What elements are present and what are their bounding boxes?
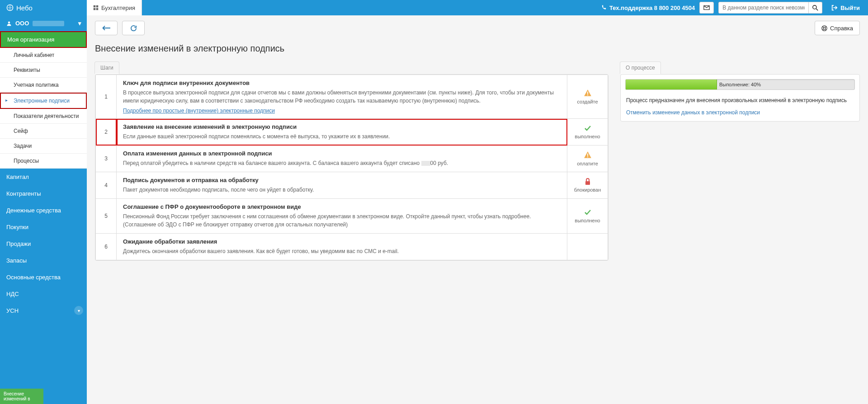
help-button[interactable]: Справка bbox=[815, 21, 860, 35]
sidebar-nav-item[interactable]: Запасы bbox=[0, 252, 87, 269]
sidebar-sub-item[interactable]: Задачи bbox=[0, 139, 87, 154]
refresh-icon bbox=[130, 25, 137, 32]
step-row[interactable]: 6Ожидание обработки заявленияДождитесь о… bbox=[96, 234, 608, 260]
step-title: Соглашение с ПФР о документообороте в эл… bbox=[123, 203, 561, 210]
status-icon bbox=[574, 178, 601, 185]
arrow-left-icon bbox=[102, 25, 110, 31]
search-button[interactable] bbox=[809, 2, 822, 14]
step-description: Пакет документов необходимо подписать, п… bbox=[123, 186, 561, 194]
step-row[interactable]: 3Оплата изменения данных в электронной п… bbox=[96, 146, 608, 172]
step-status bbox=[567, 234, 608, 260]
sidebar-sub-item[interactable]: Показатели деятельности bbox=[0, 109, 87, 124]
sidebar: ООО ▾ Моя организация Личный кабинетРекв… bbox=[0, 15, 87, 404]
user-icon bbox=[6, 21, 12, 26]
step-description: Пенсионный Фонд России требует заключени… bbox=[123, 212, 561, 229]
step-description: В процессе выпуска электронной подписи д… bbox=[123, 89, 561, 105]
step-body: Ожидание обработки заявленияДождитесь ок… bbox=[117, 234, 567, 260]
step-status: создайте bbox=[567, 75, 608, 119]
step-status: выполнено bbox=[567, 119, 608, 146]
svg-point-6 bbox=[8, 21, 10, 23]
sidebar-nav-item[interactable]: Денежные средства bbox=[0, 202, 87, 219]
steps-panel: 1Ключ для подписи внутренних документовВ… bbox=[95, 74, 609, 261]
logout-label: Выйти bbox=[840, 5, 860, 11]
grid-icon bbox=[93, 5, 99, 10]
step-body: Соглашение с ПФР о документообороте в эл… bbox=[117, 199, 567, 234]
support-phone[interactable]: Тех.поддержка 8 800 200 4504 bbox=[601, 5, 695, 11]
step-description: Перед оплатой убедитесь в наличии средст… bbox=[123, 159, 561, 167]
status-icon bbox=[574, 151, 601, 159]
sidebar-nav-item[interactable]: Покупки bbox=[0, 219, 87, 235]
status-label: выполнено bbox=[574, 134, 601, 139]
scroll-down-button[interactable]: ▾ bbox=[74, 306, 83, 315]
org-selector[interactable]: ООО ▾ bbox=[0, 15, 87, 31]
bottom-process-tag[interactable]: Внесение изменений в bbox=[0, 389, 43, 404]
sidebar-sub-item[interactable]: Электронные подписи bbox=[0, 93, 87, 109]
step-title: Заявление на внесение изменений в электр… bbox=[123, 123, 561, 130]
status-label: создайте bbox=[574, 99, 601, 104]
svg-point-8 bbox=[823, 27, 826, 29]
brand-logo[interactable]: Небо bbox=[0, 0, 87, 15]
sidebar-sub-item[interactable]: Личный кабинет bbox=[0, 48, 87, 63]
step-title: Подпись документов и отправка на обработ… bbox=[123, 177, 561, 183]
sidebar-sub-item[interactable]: Сейф bbox=[0, 124, 87, 139]
main-content: Справка Внесение изменений в электронную… bbox=[87, 15, 868, 404]
amount-redacted bbox=[421, 161, 430, 166]
sidebar-nav-item[interactable]: Капитал bbox=[0, 169, 87, 185]
sidebar-nav-item[interactable]: НДС bbox=[0, 286, 87, 302]
step-body: Оплата изменения данных в электронной по… bbox=[117, 146, 567, 172]
tab-steps[interactable]: Шаги bbox=[94, 61, 119, 74]
step-status: выполнено bbox=[567, 199, 608, 234]
step-row[interactable]: 5Соглашение с ПФР о документообороте в э… bbox=[96, 199, 608, 234]
step-description: Дождитесь окончания обработки вашего зая… bbox=[123, 247, 561, 255]
step-more-link[interactable]: Подробнее про простые (внутренние) элект… bbox=[123, 108, 275, 114]
refresh-button[interactable] bbox=[122, 21, 145, 35]
mail-button[interactable] bbox=[699, 2, 714, 14]
progress-label: Выполнение: 40% bbox=[719, 82, 761, 87]
sidebar-sub-item[interactable]: Реквизиты bbox=[0, 63, 87, 78]
sidebar-nav-item[interactable]: Продажи bbox=[0, 235, 87, 252]
sidebar-nav-item[interactable]: Контрагенты bbox=[0, 185, 87, 202]
search-input[interactable] bbox=[718, 2, 809, 14]
logo-icon bbox=[6, 4, 14, 11]
step-status: блокирован bbox=[567, 172, 608, 199]
lifebuoy-icon bbox=[821, 25, 827, 31]
status-icon bbox=[574, 125, 601, 132]
org-prefix: ООО bbox=[15, 20, 29, 27]
support-label: Тех.поддержка 8 800 200 4504 bbox=[609, 5, 695, 11]
svg-rect-2 bbox=[96, 5, 99, 8]
org-name-redacted bbox=[33, 21, 64, 26]
tab-accounting-label: Бухгалтерия bbox=[101, 5, 135, 11]
svg-rect-3 bbox=[94, 8, 96, 10]
sidebar-nav-item[interactable]: Основные средства bbox=[0, 269, 87, 286]
sidebar-section-my-org[interactable]: Моя организация bbox=[0, 31, 87, 48]
step-title: Ключ для подписи внутренних документов bbox=[123, 80, 561, 86]
step-title: Ожидание обработки заявления bbox=[123, 238, 561, 245]
chevron-down-icon: ▾ bbox=[78, 20, 81, 27]
step-description: Если данные вашей электронной подписи по… bbox=[123, 132, 561, 141]
step-row[interactable]: 2Заявление на внесение изменений в элект… bbox=[96, 119, 608, 146]
step-number: 2 bbox=[96, 119, 117, 146]
mail-icon bbox=[703, 5, 710, 11]
sidebar-subnav: Личный кабинетРеквизитыУчетная политикаЭ… bbox=[0, 48, 87, 169]
step-row[interactable]: 4Подпись документов и отправка на обрабо… bbox=[96, 172, 608, 199]
logout-link[interactable]: Выйти bbox=[827, 5, 864, 11]
cancel-process-link[interactable]: Отменить изменение данных в электронной … bbox=[626, 109, 760, 116]
help-label: Справка bbox=[830, 25, 853, 32]
svg-rect-10 bbox=[587, 94, 588, 95]
svg-rect-13 bbox=[585, 181, 590, 185]
back-button[interactable] bbox=[95, 21, 118, 35]
process-description: Процесс предназначен для внесения произв… bbox=[621, 94, 859, 109]
step-number: 6 bbox=[96, 234, 117, 260]
tab-accounting[interactable]: Бухгалтерия bbox=[87, 0, 142, 15]
step-row[interactable]: 1Ключ для подписи внутренних документовВ… bbox=[96, 75, 608, 119]
step-number: 3 bbox=[96, 146, 117, 172]
tab-about-process[interactable]: О процессе bbox=[620, 61, 661, 74]
sidebar-section-label: Моя организация bbox=[7, 36, 54, 43]
svg-rect-11 bbox=[587, 154, 588, 156]
status-label: оплатите bbox=[574, 161, 601, 166]
step-title: Оплата изменения данных в электронной по… bbox=[123, 150, 561, 157]
sidebar-sub-item[interactable]: Процессы bbox=[0, 154, 87, 169]
sidebar-sub-item[interactable]: Учетная политика bbox=[0, 78, 87, 93]
bottom-tag-label: Внесение изменений в bbox=[4, 391, 30, 401]
sidebar-nav-item[interactable]: УСН▾ bbox=[0, 302, 87, 319]
